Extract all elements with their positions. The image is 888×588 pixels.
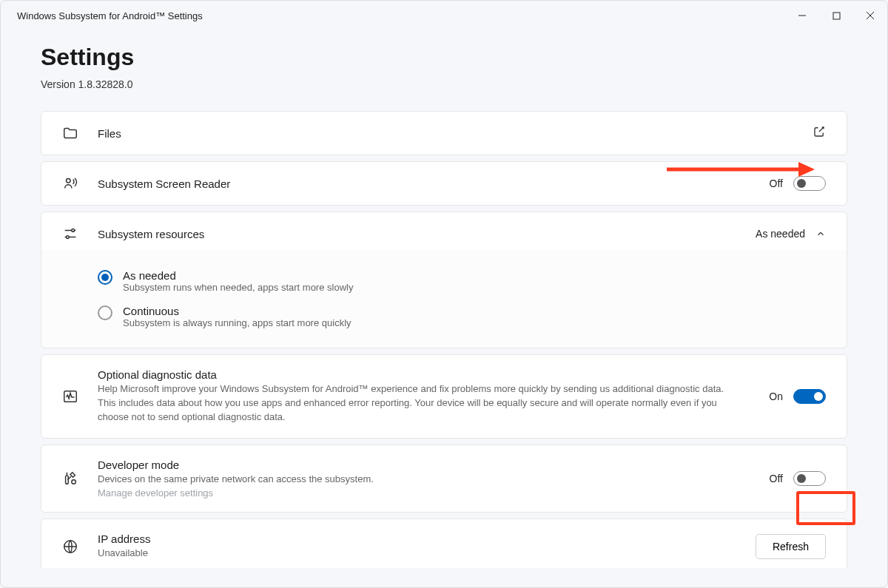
resources-label: Subsystem resources bbox=[98, 228, 736, 240]
svg-point-1 bbox=[67, 179, 71, 183]
radio-as-needed[interactable] bbox=[98, 270, 112, 285]
version-text: Version 1.8.32828.0 bbox=[41, 78, 847, 90]
sliders-icon bbox=[62, 226, 78, 242]
option-continuous-desc: Subsystem is always running, apps start … bbox=[123, 317, 352, 328]
open-external-icon[interactable] bbox=[813, 125, 826, 141]
developer-sublink[interactable]: Manage developer settings bbox=[98, 487, 750, 499]
svg-point-2 bbox=[72, 229, 75, 232]
diagnostic-state: On bbox=[769, 391, 783, 402]
ip-status: Unavailable bbox=[98, 547, 736, 561]
ip-label: IP address bbox=[98, 533, 736, 545]
globe-icon bbox=[62, 538, 78, 555]
setting-ip-address[interactable]: IP address Unavailable Refresh bbox=[41, 518, 847, 568]
setting-screen-reader[interactable]: Subsystem Screen Reader Off bbox=[41, 161, 847, 206]
resources-options: As needed Subsystem runs when needed, ap… bbox=[41, 250, 847, 348]
settings-list: Files Subsystem Screen Reader Off bbox=[1, 111, 887, 568]
activity-icon bbox=[62, 388, 78, 405]
screen-reader-label: Subsystem Screen Reader bbox=[98, 178, 750, 190]
title-bar: Windows Subsystem for Android™ Settings bbox=[1, 1, 887, 30]
option-continuous[interactable]: Continuous Subsystem is always running, … bbox=[98, 299, 826, 334]
window-controls bbox=[785, 1, 887, 30]
svg-point-5 bbox=[72, 480, 76, 484]
setting-files[interactable]: Files bbox=[41, 111, 847, 155]
option-continuous-title: Continuous bbox=[123, 305, 352, 317]
page-title: Settings bbox=[41, 44, 847, 71]
maximize-icon bbox=[832, 12, 841, 20]
screen-reader-state: Off bbox=[770, 178, 783, 189]
resources-value: As needed bbox=[756, 228, 805, 240]
close-button[interactable] bbox=[853, 1, 887, 30]
diagnostic-desc: Help Microsoft improve your Windows Subs… bbox=[98, 382, 741, 425]
diagnostic-toggle[interactable] bbox=[793, 389, 826, 404]
folder-icon bbox=[62, 125, 78, 141]
developer-desc: Devices on the same private network can … bbox=[98, 473, 750, 487]
tools-icon bbox=[62, 470, 78, 487]
close-icon bbox=[866, 11, 875, 20]
developer-state: Off bbox=[770, 473, 783, 484]
option-as-needed-desc: Subsystem runs when needed, apps start m… bbox=[123, 282, 353, 293]
screen-reader-icon bbox=[62, 175, 78, 192]
developer-toggle[interactable] bbox=[793, 471, 826, 486]
developer-label: Developer mode bbox=[98, 459, 750, 471]
option-as-needed-title: As needed bbox=[123, 269, 353, 282]
maximize-button[interactable] bbox=[819, 1, 853, 30]
window-title: Windows Subsystem for Android™ Settings bbox=[17, 10, 203, 21]
svg-point-3 bbox=[67, 236, 70, 239]
setting-diagnostic[interactable]: Optional diagnostic data Help Microsoft … bbox=[41, 354, 847, 439]
setting-resources[interactable]: Subsystem resources As needed bbox=[41, 212, 847, 256]
diagnostic-label: Optional diagnostic data bbox=[98, 368, 750, 381]
files-label: Files bbox=[98, 127, 793, 140]
svg-rect-0 bbox=[833, 13, 840, 19]
option-as-needed[interactable]: As needed Subsystem runs when needed, ap… bbox=[98, 263, 826, 299]
minimize-button[interactable] bbox=[785, 1, 819, 30]
minimize-icon bbox=[798, 11, 807, 20]
page-header: Settings Version 1.8.32828.0 bbox=[1, 30, 887, 111]
radio-continuous[interactable] bbox=[98, 305, 112, 320]
screen-reader-toggle[interactable] bbox=[793, 176, 826, 191]
refresh-button[interactable]: Refresh bbox=[756, 534, 826, 559]
chevron-up-icon[interactable] bbox=[815, 229, 826, 239]
setting-developer-mode[interactable]: Developer mode Devices on the same priva… bbox=[41, 445, 847, 513]
